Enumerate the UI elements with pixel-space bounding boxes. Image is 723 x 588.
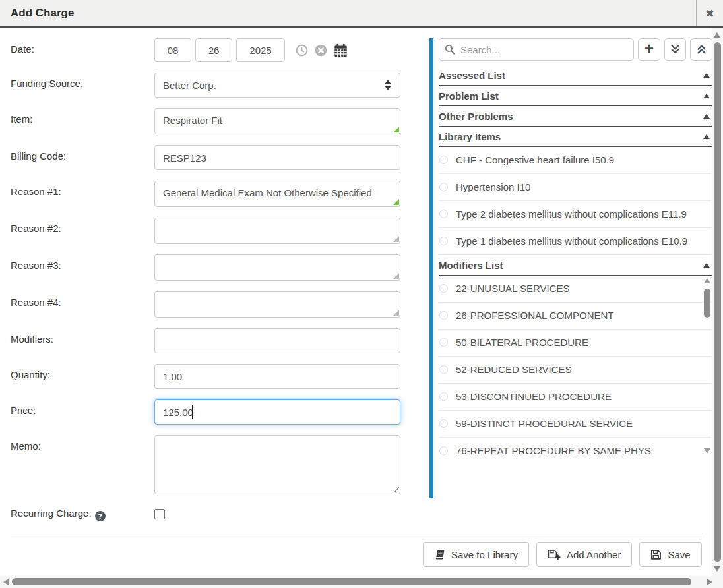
- vertical-scrollbar-thumb[interactable]: [714, 42, 721, 562]
- scroll-down-arrow-icon[interactable]: [704, 448, 710, 454]
- scroll-left-arrow-icon[interactable]: [3, 579, 9, 585]
- resize-grip-icon[interactable]: [393, 236, 399, 242]
- radio-icon[interactable]: [439, 237, 448, 245]
- list-item[interactable]: Hypertension I10: [439, 174, 712, 201]
- radio-icon[interactable]: [439, 392, 448, 401]
- reason4-input[interactable]: [154, 291, 400, 318]
- reason1-input[interactable]: General Medical Exam Not Otherwise Speci…: [154, 181, 400, 207]
- list-item[interactable]: Type 2 diabetes mellitus without complic…: [439, 201, 712, 228]
- footer-buttons: Save to Library Add Another Save: [423, 542, 702, 567]
- recurring-charge-row: Recurring Charge:?: [11, 505, 401, 522]
- collapse-caret-icon: [703, 134, 710, 139]
- radio-icon[interactable]: [439, 183, 448, 191]
- list-item[interactable]: 52-REDUCED SERVICES: [439, 357, 712, 384]
- billing-code-input[interactable]: [154, 145, 400, 170]
- scroll-up-arrow-icon[interactable]: [714, 32, 720, 38]
- radio-icon[interactable]: [439, 284, 448, 293]
- save-plus-icon: [548, 548, 561, 560]
- list-item[interactable]: 76-REPEAT PROCEDURE BY SAME PHYS: [439, 438, 712, 456]
- list-item[interactable]: 59-DISTINCT PROCEDURAL SERVICE: [439, 411, 712, 438]
- radio-icon[interactable]: [439, 446, 448, 455]
- date-year-input[interactable]: [236, 38, 285, 62]
- radio-icon[interactable]: [439, 311, 448, 320]
- price-input[interactable]: [154, 399, 400, 425]
- save-to-library-button[interactable]: Save to Library: [423, 542, 529, 567]
- list-item[interactable]: 53-DISCONTINUED PROCEDURE: [439, 384, 712, 411]
- modifiers-scrollbar-thumb[interactable]: [704, 289, 710, 318]
- scroll-up-arrow-icon[interactable]: [704, 278, 710, 283]
- scroll-down-arrow-icon[interactable]: [714, 566, 720, 572]
- section-label: Problem List: [439, 90, 499, 102]
- modifiers-scroll-area: 22-UNUSUAL SERVICES26-PROFESSIONAL COMPO…: [439, 276, 712, 456]
- add-another-button[interactable]: Add Another: [536, 542, 633, 567]
- funding-source-select[interactable]: Better Corp.: [154, 73, 400, 98]
- section-header-modifiers-list[interactable]: Modifiers List: [439, 255, 712, 276]
- search-input[interactable]: [439, 38, 634, 61]
- list-item[interactable]: CHF - Congestive heart failure I50.9: [439, 147, 712, 174]
- recurring-charge-checkbox[interactable]: [154, 509, 165, 519]
- scroll-right-arrow-icon[interactable]: [707, 579, 712, 585]
- reason1-row: Reason #1: General Medical Exam Not Othe…: [11, 181, 401, 207]
- clear-date-icon[interactable]: [315, 44, 327, 57]
- resize-grip-icon[interactable]: [393, 310, 399, 316]
- resize-grip-icon[interactable]: [393, 273, 399, 279]
- list-item-label: Hypertension I10: [456, 181, 530, 192]
- quantity-row: Quantity:: [11, 364, 401, 389]
- horizontal-scrollbar[interactable]: [0, 576, 723, 588]
- list-item-label: Type 1 diabetes mellitus without complic…: [456, 235, 687, 247]
- radio-icon[interactable]: [439, 156, 448, 164]
- save-icon: [650, 549, 662, 560]
- list-item-label: 26-PROFESSIONAL COMPONENT: [456, 310, 614, 321]
- section-label: Assessed List: [439, 70, 505, 81]
- modifiers-input[interactable]: [154, 328, 400, 353]
- list-item[interactable]: 22-UNUSUAL SERVICES: [439, 276, 712, 303]
- list-item-label: 76-REPEAT PROCEDURE BY SAME PHYS: [456, 445, 651, 456]
- reason1-label: Reason #1:: [11, 181, 154, 207]
- section-header-problem-list[interactable]: Problem List: [439, 86, 712, 106]
- clock-icon[interactable]: [296, 44, 308, 57]
- list-item-label: Type 2 diabetes mellitus without complic…: [456, 208, 687, 220]
- footer-divider: [11, 533, 703, 533]
- collapse-all-button[interactable]: [664, 38, 687, 61]
- section-label: Other Problems: [439, 111, 513, 122]
- modal-title: Add Charge: [11, 0, 74, 26]
- diagnosis-panel: + Assessed ListProblem ListOther Problem…: [429, 38, 712, 456]
- date-day-input[interactable]: [195, 38, 232, 62]
- reason2-input[interactable]: [154, 218, 400, 244]
- panel-accent-bar: [429, 38, 433, 498]
- expand-all-button[interactable]: [690, 38, 712, 61]
- list-item[interactable]: 50-BILATERAL PROCEDURE: [439, 330, 712, 357]
- help-icon[interactable]: ?: [95, 511, 106, 521]
- vertical-scrollbar[interactable]: [712, 28, 723, 576]
- list-item-label: 59-DISTINCT PROCEDURAL SERVICE: [456, 418, 633, 429]
- list-item[interactable]: 26-PROFESSIONAL COMPONENT: [439, 303, 712, 330]
- memo-label: Memo:: [11, 435, 154, 494]
- resize-grip-icon[interactable]: [393, 199, 399, 205]
- billing-code-row: Billing Code:: [11, 145, 401, 170]
- modifiers-scrollbar[interactable]: [703, 277, 712, 455]
- radio-icon[interactable]: [439, 419, 448, 428]
- close-button[interactable]: ✖: [696, 0, 723, 26]
- section-header-library-items[interactable]: Library Items: [439, 127, 712, 147]
- calendar-icon[interactable]: [334, 44, 348, 57]
- add-item-button[interactable]: +: [638, 38, 660, 61]
- book-icon: [434, 549, 445, 560]
- section-label: Library Items: [439, 131, 501, 142]
- save-to-library-label: Save to Library: [451, 549, 518, 560]
- list-item[interactable]: Type 1 diabetes mellitus without complic…: [439, 228, 712, 255]
- date-month-input[interactable]: [154, 38, 191, 62]
- reason3-input[interactable]: [154, 254, 400, 281]
- memo-input[interactable]: [154, 435, 400, 494]
- section-header-assessed-list[interactable]: Assessed List: [439, 65, 712, 86]
- radio-icon[interactable]: [439, 210, 448, 218]
- item-input[interactable]: Respirator Fit: [154, 108, 400, 134]
- date-row: Date:: [11, 38, 401, 62]
- save-button[interactable]: Save: [639, 542, 701, 567]
- radio-icon[interactable]: [439, 365, 448, 374]
- horizontal-scrollbar-thumb[interactable]: [12, 578, 691, 585]
- resize-grip-icon[interactable]: [393, 127, 399, 132]
- section-header-other-problems[interactable]: Other Problems: [439, 106, 712, 127]
- radio-icon[interactable]: [439, 338, 448, 347]
- list-item-label: CHF - Congestive heart failure I50.9: [456, 154, 614, 165]
- quantity-input[interactable]: [154, 364, 400, 389]
